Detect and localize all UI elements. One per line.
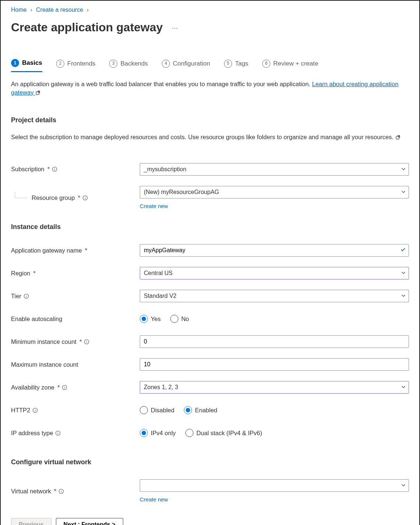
info-icon[interactable] xyxy=(55,430,61,436)
tab-label: Tags xyxy=(235,59,248,68)
step-number: 6 xyxy=(262,60,270,68)
section-instance-details: Instance details xyxy=(11,222,409,232)
radio-label: Disabled xyxy=(151,406,174,415)
required-icon: * xyxy=(33,269,35,278)
svg-point-22 xyxy=(58,432,58,432)
label-ip-address-type: IP address type xyxy=(11,429,53,437)
required-icon: * xyxy=(57,383,60,392)
tab-configuration[interactable]: 4 Configuration xyxy=(162,59,210,72)
autoscale-yes-radio[interactable]: Yes xyxy=(140,315,161,323)
http2-enabled-radio[interactable]: Enabled xyxy=(184,406,217,415)
virtual-network-dropdown[interactable] xyxy=(140,479,409,492)
ip-type-radio-group: IPv4 only Dual stack (IPv4 & IPv6) xyxy=(140,427,409,439)
section-project-sub: Select the subscription to manage deploy… xyxy=(11,133,401,141)
info-icon[interactable] xyxy=(52,166,57,172)
dropdown-value: Central US xyxy=(144,269,172,277)
intro-text: An application gateway is a web traffic … xyxy=(11,80,401,97)
previous-button: Previous xyxy=(11,518,51,525)
app-gateway-name-input-wrap xyxy=(140,244,409,257)
breadcrumb: Home › Create a resource › xyxy=(11,6,409,14)
ip-type-dual-radio[interactable]: Dual stack (IPv4 & IPv6) xyxy=(185,429,262,437)
step-number: 1 xyxy=(11,59,19,67)
svg-point-4 xyxy=(54,168,55,168)
tab-basics[interactable]: 1 Basics xyxy=(11,59,42,72)
breadcrumb-create-resource[interactable]: Create a resource xyxy=(36,6,83,14)
http2-disabled-radio[interactable]: Disabled xyxy=(140,406,174,415)
svg-point-25 xyxy=(61,490,61,490)
required-icon: * xyxy=(79,338,82,346)
dropdown-value: _mysubscription xyxy=(144,165,186,173)
section-configure-vnet: Configure virtual network xyxy=(11,458,409,467)
tab-review-create[interactable]: 6 Review + create xyxy=(262,59,318,72)
tab-label: Configuration xyxy=(173,59,210,68)
tab-backends[interactable]: 3 Backends xyxy=(109,59,148,72)
chevron-right-icon: › xyxy=(87,6,89,14)
label-min-instance: Minimum instance count xyxy=(11,338,76,346)
dropdown-value: Zones 1, 2, 3 xyxy=(144,383,178,391)
resource-group-dropdown[interactable]: (New) myResourceGroupAG xyxy=(140,186,409,198)
section-project-details: Project details xyxy=(11,116,409,125)
svg-point-7 xyxy=(85,197,85,197)
info-icon[interactable] xyxy=(24,293,29,299)
radio-label: No xyxy=(181,315,189,323)
create-new-resource-group-link[interactable]: Create new xyxy=(140,202,409,210)
connector-line xyxy=(15,191,27,198)
tab-frontends[interactable]: 2 Frontends xyxy=(56,59,96,72)
svg-point-13 xyxy=(86,341,87,341)
tab-label: Review + create xyxy=(273,59,318,68)
tab-label: Frontends xyxy=(67,59,96,68)
label-http2: HTTP2 xyxy=(11,406,30,415)
radio-label: Enabled xyxy=(195,406,217,415)
app-gateway-name-input[interactable] xyxy=(140,244,409,257)
tab-tags[interactable]: 5 Tags xyxy=(224,59,248,72)
radio-label: Yes xyxy=(151,315,161,323)
tab-label: Backends xyxy=(120,59,148,68)
info-icon[interactable] xyxy=(32,408,38,413)
checkmark-icon xyxy=(400,246,406,255)
next-button[interactable]: Next : Frontends > xyxy=(56,518,123,525)
subscription-dropdown[interactable]: _mysubscription xyxy=(140,163,409,176)
svg-point-19 xyxy=(35,409,35,409)
label-enable-autoscaling: Enable autoscaling xyxy=(11,315,62,323)
chevron-right-icon: › xyxy=(31,6,32,14)
ip-type-ipv4-radio[interactable]: IPv4 only xyxy=(140,429,176,437)
info-icon[interactable] xyxy=(62,385,67,390)
info-icon[interactable] xyxy=(58,489,64,494)
info-icon[interactable] xyxy=(82,195,88,201)
more-icon[interactable]: … xyxy=(170,22,181,31)
http2-radio-group: Disabled Enabled xyxy=(140,404,409,416)
svg-point-10 xyxy=(26,295,26,295)
tab-label: Basics xyxy=(22,59,42,67)
radio-label: Dual stack (IPv4 & IPv6) xyxy=(196,429,262,437)
dropdown-value: (New) myResourceGroupAG xyxy=(144,188,219,196)
radio-label: IPv4 only xyxy=(151,429,176,437)
create-new-vnet-link[interactable]: Create new xyxy=(140,496,409,503)
required-icon: * xyxy=(54,487,56,496)
autoscale-no-radio[interactable]: No xyxy=(170,315,189,323)
label-resource-group: Resource group xyxy=(32,194,75,202)
label-region: Region xyxy=(11,269,30,278)
label-app-gateway-name: Application gateway name xyxy=(11,246,82,255)
step-number: 2 xyxy=(56,60,64,68)
required-icon: * xyxy=(78,194,80,202)
breadcrumb-home[interactable]: Home xyxy=(11,6,27,14)
external-link-icon xyxy=(35,89,40,96)
page-title: Create application gateway xyxy=(11,19,163,36)
autoscale-radio-group: Yes No xyxy=(140,313,409,325)
tier-dropdown[interactable]: Standard V2 xyxy=(140,290,409,302)
label-virtual-network: Virtual network xyxy=(11,487,51,496)
dropdown-value: Standard V2 xyxy=(144,292,177,300)
wizard-tabs: 1 Basics 2 Frontends 3 Backends 4 Config… xyxy=(11,59,409,73)
label-max-instance: Maximum instance count xyxy=(11,360,78,369)
required-icon: * xyxy=(85,246,87,255)
max-instance-input[interactable] xyxy=(140,358,409,371)
label-subscription: Subscription xyxy=(11,165,45,173)
step-number: 4 xyxy=(162,60,170,68)
availability-zone-dropdown[interactable]: Zones 1, 2, 3 xyxy=(140,381,409,394)
min-instance-input[interactable] xyxy=(140,335,409,348)
intro-body: An application gateway is a web traffic … xyxy=(11,81,312,87)
step-number: 3 xyxy=(109,60,117,68)
svg-point-16 xyxy=(64,386,65,387)
info-icon[interactable] xyxy=(84,339,89,345)
region-dropdown[interactable]: Central US xyxy=(140,267,409,279)
